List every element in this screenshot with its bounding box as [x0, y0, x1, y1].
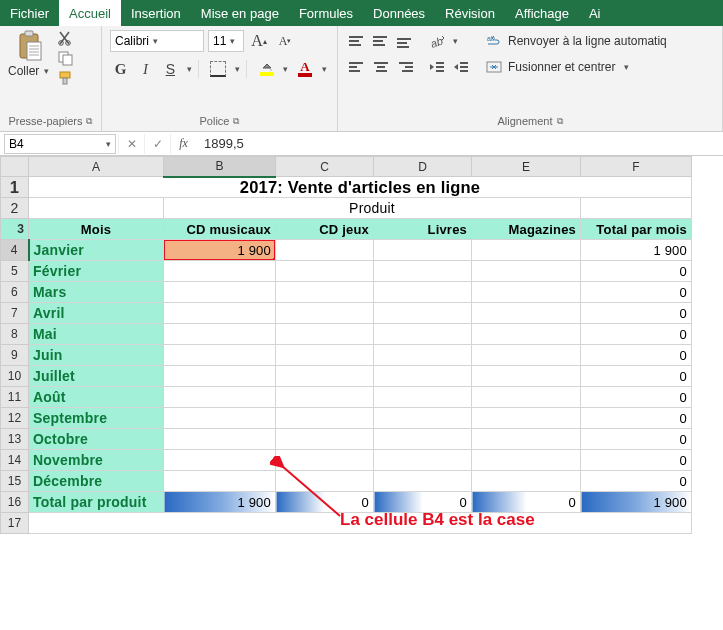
row-header[interactable]: 9 — [1, 345, 29, 366]
cell[interactable]: Février — [29, 261, 164, 282]
cell[interactable]: Août — [29, 387, 164, 408]
cell[interactable] — [164, 282, 276, 303]
cell[interactable]: 2017: Vente d'articles en ligne — [29, 177, 692, 198]
align-middle-icon[interactable] — [370, 30, 392, 52]
row-header[interactable]: 6 — [1, 282, 29, 303]
cell[interactable]: 1 900 — [581, 492, 692, 513]
row-header[interactable]: 10 — [1, 366, 29, 387]
select-all-corner[interactable] — [1, 157, 29, 177]
font-name-combo[interactable]: Calibri▾ — [110, 30, 204, 52]
cell[interactable] — [164, 450, 276, 471]
cell[interactable] — [276, 408, 374, 429]
cell[interactable] — [472, 240, 581, 261]
row-header[interactable]: 12 — [1, 408, 29, 429]
name-box[interactable]: B4▾ — [4, 134, 116, 154]
row-header[interactable]: 16 — [1, 492, 29, 513]
cell[interactable]: 0 — [276, 492, 374, 513]
increase-indent-icon[interactable] — [450, 56, 472, 78]
format-painter-icon[interactable] — [57, 70, 75, 86]
spreadsheet-grid[interactable]: A B C D E F 12017: Vente d'articles en l… — [0, 156, 723, 534]
dialog-launcher-icon[interactable]: ⧉ — [557, 116, 563, 127]
cell[interactable] — [164, 324, 276, 345]
cell[interactable] — [472, 387, 581, 408]
cell[interactable] — [374, 387, 472, 408]
cell[interactable]: CD musicaux — [164, 219, 276, 240]
tab-fichier[interactable]: Fichier — [0, 0, 59, 26]
row-header[interactable]: 5 — [1, 261, 29, 282]
cell[interactable] — [276, 324, 374, 345]
dialog-launcher-icon[interactable]: ⧉ — [86, 116, 92, 127]
col-header-A[interactable]: A — [29, 157, 164, 177]
tab-overflow[interactable]: Ai — [579, 0, 611, 26]
cell[interactable] — [374, 471, 472, 492]
cut-icon[interactable] — [57, 30, 75, 46]
dialog-launcher-icon[interactable]: ⧉ — [233, 116, 239, 127]
cell[interactable] — [164, 471, 276, 492]
cell[interactable] — [374, 303, 472, 324]
merge-center-button[interactable]: Fusionner et centrer ▾ — [482, 56, 671, 78]
bold-button[interactable]: G — [110, 58, 131, 80]
cell[interactable]: Octobre — [29, 429, 164, 450]
cell[interactable] — [276, 387, 374, 408]
row-header[interactable]: 4 — [1, 240, 29, 261]
cell[interactable] — [472, 366, 581, 387]
cell[interactable] — [164, 429, 276, 450]
cell-B4[interactable]: 1 900 — [164, 240, 276, 261]
decrease-indent-icon[interactable] — [426, 56, 448, 78]
cell[interactable]: 0 — [581, 450, 692, 471]
row-header[interactable]: 15 — [1, 471, 29, 492]
copy-icon[interactable] — [57, 50, 75, 66]
decrease-font-icon[interactable]: A▾ — [274, 30, 296, 52]
align-right-icon[interactable] — [394, 56, 416, 78]
cell[interactable] — [276, 282, 374, 303]
cell[interactable] — [276, 303, 374, 324]
cell[interactable] — [276, 471, 374, 492]
cell[interactable]: Septembre — [29, 408, 164, 429]
chevron-down-icon[interactable]: ▾ — [281, 64, 290, 74]
col-header-F[interactable]: F — [581, 157, 692, 177]
tab-affichage[interactable]: Affichage — [505, 0, 579, 26]
cell[interactable] — [374, 282, 472, 303]
cell[interactable] — [374, 345, 472, 366]
cell[interactable]: 0 — [581, 303, 692, 324]
cell[interactable]: 0 — [581, 387, 692, 408]
cell[interactable] — [276, 345, 374, 366]
font-color-button[interactable]: A — [295, 58, 316, 80]
cell[interactable]: Juillet — [29, 366, 164, 387]
cell[interactable]: Mai — [29, 324, 164, 345]
borders-button[interactable] — [208, 58, 229, 80]
row-header[interactable]: 7 — [1, 303, 29, 324]
align-center-icon[interactable] — [370, 56, 392, 78]
cell[interactable]: Janvier — [29, 240, 164, 261]
tab-accueil[interactable]: Accueil — [59, 0, 121, 26]
cell[interactable]: Mars — [29, 282, 164, 303]
fill-color-button[interactable] — [256, 58, 277, 80]
cell[interactable]: Novembre — [29, 450, 164, 471]
cell[interactable] — [164, 261, 276, 282]
cell[interactable]: Total par produit — [29, 492, 164, 513]
chevron-down-icon[interactable]: ▾ — [621, 62, 631, 72]
cell[interactable] — [472, 345, 581, 366]
row-header[interactable]: 1 — [1, 177, 29, 198]
chevron-down-icon[interactable]: ▾ — [450, 30, 460, 52]
insert-function-icon[interactable]: fx — [170, 134, 196, 154]
align-top-icon[interactable] — [346, 30, 368, 52]
cell[interactable]: 0 — [581, 366, 692, 387]
cell[interactable]: 0 — [581, 324, 692, 345]
cell[interactable] — [164, 303, 276, 324]
italic-button[interactable]: I — [135, 58, 156, 80]
cell[interactable] — [164, 408, 276, 429]
cell[interactable] — [374, 240, 472, 261]
tab-mise-en-page[interactable]: Mise en page — [191, 0, 289, 26]
cell[interactable] — [472, 303, 581, 324]
cell[interactable]: Livres — [374, 219, 472, 240]
cell[interactable]: Décembre — [29, 471, 164, 492]
cell[interactable] — [472, 408, 581, 429]
cell[interactable]: 0 — [472, 492, 581, 513]
tab-revision[interactable]: Révision — [435, 0, 505, 26]
cell[interactable]: Produit — [164, 198, 581, 219]
cell[interactable] — [29, 513, 692, 534]
tab-insertion[interactable]: Insertion — [121, 0, 191, 26]
orientation-button[interactable]: ab — [426, 30, 448, 52]
col-header-E[interactable]: E — [472, 157, 581, 177]
